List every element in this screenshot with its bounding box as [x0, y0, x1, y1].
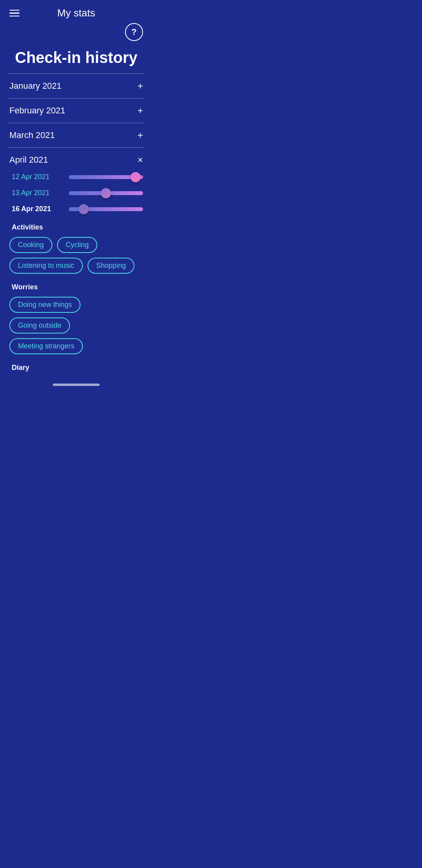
tag-doing-new-things[interactable]: Doing new things — [9, 297, 80, 313]
checkin-row-0[interactable]: 12 Apr 2021 — [0, 169, 152, 185]
checkin-date-1: 13 Apr 2021 — [12, 189, 63, 197]
slider-thumb-1 — [101, 188, 111, 198]
month-row-march[interactable]: March 2021 + — [0, 123, 152, 147]
tag-meeting-strangers[interactable]: Meeting strangers — [9, 338, 83, 354]
diary-label: Diary — [0, 357, 152, 376]
tag-going-outside[interactable]: Going outside — [9, 317, 70, 334]
checkin-list: 12 Apr 2021 13 Apr 2021 16 Apr 2021 — [0, 169, 152, 217]
month-row-february[interactable]: February 2021 + — [0, 99, 152, 123]
month-collapse-icon-april: × — [138, 155, 143, 165]
checkin-row-1[interactable]: 13 Apr 2021 — [0, 185, 152, 201]
slider-thumb-2 — [79, 204, 89, 214]
tag-cooking[interactable]: Cooking — [9, 237, 52, 253]
checkin-row-2[interactable]: 16 Apr 2021 — [0, 201, 152, 217]
month-list: January 2021 + February 2021 + March 202… — [0, 74, 152, 376]
month-label-april: April 2021 — [9, 155, 48, 165]
page-title: Check-in history — [0, 45, 152, 74]
header: My stats — [0, 0, 152, 23]
help-btn-row: ? — [0, 23, 152, 45]
month-row-april[interactable]: April 2021 × — [0, 148, 152, 169]
menu-button[interactable] — [9, 10, 20, 17]
month-label-march: March 2021 — [9, 130, 55, 140]
mood-slider-0[interactable] — [69, 175, 143, 179]
header-title: My stats — [57, 7, 95, 19]
checkin-date-2: 16 Apr 2021 — [12, 205, 63, 213]
month-expand-icon-february: + — [138, 106, 143, 115]
worries-tags: Doing new things Going outside Meeting s… — [0, 295, 152, 357]
worries-label: Worries — [0, 277, 152, 295]
mood-slider-1[interactable] — [69, 191, 143, 195]
tag-cycling[interactable]: Cycling — [57, 237, 97, 253]
month-row-january[interactable]: January 2021 + — [0, 74, 152, 98]
month-expand-icon-march: + — [138, 131, 143, 140]
tag-shopping[interactable]: Shopping — [88, 258, 134, 274]
activities-label: Activities — [0, 217, 152, 235]
tag-listening-to-music[interactable]: Listening to music — [9, 258, 83, 274]
checkin-date-0: 12 Apr 2021 — [12, 173, 63, 181]
help-button[interactable]: ? — [125, 23, 143, 41]
month-label-february: February 2021 — [9, 106, 65, 116]
bottom-bar — [53, 384, 100, 386]
month-label-january: January 2021 — [9, 81, 61, 91]
mood-slider-2[interactable] — [69, 207, 143, 211]
slider-thumb-0 — [131, 172, 141, 182]
activities-tags: Cooking Cycling Listening to music Shopp… — [0, 235, 152, 277]
month-expand-icon-january: + — [138, 81, 143, 91]
